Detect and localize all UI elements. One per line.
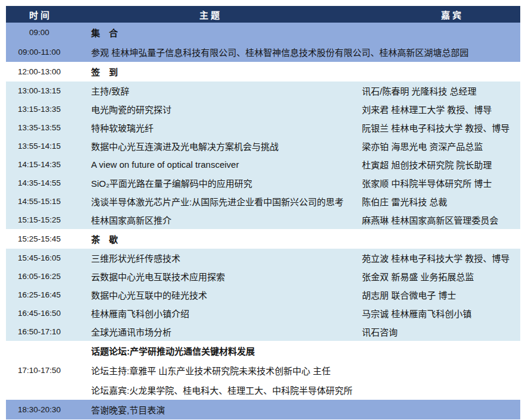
row-topic: 数据中心光互连演进及光电解决方案机会与挑战 xyxy=(73,140,362,152)
row-time: 13:15-13:35 xyxy=(6,105,73,114)
row-time: 16:45-16:50 xyxy=(6,309,73,318)
row-time: 13:35-13:55 xyxy=(6,123,73,132)
row-guest: 张金双 新易盛 业务拓展总监 xyxy=(362,270,520,283)
row-topic: 集 合 xyxy=(73,26,520,39)
table-row: 16:50-17:10 全球光通讯市场分析 讯石咨询 xyxy=(6,322,520,341)
row-time: 09:00 xyxy=(6,28,73,37)
conference-agenda-table: 时 间 主 题 嘉 宾 09:00 集 合 09:00-11:00 参观 桂林坤… xyxy=(6,6,520,419)
row-topic: 话题论坛:产学研推动光通信关键材料发展 xyxy=(73,344,520,357)
row-guest: 梁亦铂 海思光电 资深产品总监 xyxy=(362,140,520,152)
table-row: 16:45-16:50 桂林雁南飞科创小镇介绍 马宗诚 桂林雁南飞科创小镇 xyxy=(6,304,520,322)
row-time: 16:50-17:10 xyxy=(6,327,73,336)
row-guest: 杜寅超 旭创技术研究院 院长助理 xyxy=(362,158,520,171)
row-time: 14:35-14:55 xyxy=(6,178,73,187)
table-row: 13:35-13:55 特种软玻璃光纤 阮银兰 桂林电子科技大学 教授、博导 xyxy=(6,118,520,137)
row-time: 16:05-16:25 xyxy=(6,272,73,281)
table-row: 14:35-14:55 SiO₂平面光路在量子编解码中的应用研究 张家顺 中科院… xyxy=(6,174,520,192)
row-topic: 三维形状光纤传感技术 xyxy=(73,252,362,264)
row-guest: 麻燕琳 桂林国家高新区管理委员会 xyxy=(362,214,520,226)
table-row: 13:15-13:35 电光陶瓷的研究探讨 刘来君 桂林理工大学 教授、博导 xyxy=(6,100,520,118)
table-row: 18:30-20:30 答谢晚宴,节目表演 xyxy=(6,400,520,419)
row-time: 15:25-15:45 xyxy=(6,234,73,243)
row-topic: A view on future of optical transceiver xyxy=(73,159,362,170)
row-guest: 阮银兰 桂林电子科技大学 教授、博导 xyxy=(362,121,520,134)
row-time: 13:00-13:15 xyxy=(6,86,73,95)
table-row: 14:15-14:35 A view on future of optical … xyxy=(6,155,520,174)
table-row: 16:25-16:45 数据中心光互联中的硅光技术 胡志朋 联合微电子 博士 xyxy=(6,286,520,304)
table-row: 14:55-15:15 浅谈半导体激光芯片产业:从国际先进企业看中国新兴公司的思… xyxy=(6,192,520,211)
row-guest: 讯石/陈春明 光隆科技 总经理 xyxy=(362,84,520,97)
table-row: 15:25-15:45 茶 歇 xyxy=(6,229,520,249)
table-row: 09:00 集 合 xyxy=(6,23,520,42)
row-topic: 数据中心光互联中的硅光技术 xyxy=(73,289,362,301)
row-topic: 论坛主持:章雅平 山东产业技术研究院未来技术创新中心 主任 xyxy=(73,364,520,377)
row-topic: 电光陶瓷的研究探讨 xyxy=(73,103,362,115)
table-header-row: 时 间 主 题 嘉 宾 xyxy=(6,6,520,23)
row-guest: 陈伯庄 雷光科技 总裁 xyxy=(362,195,520,208)
row-topic: 特种软玻璃光纤 xyxy=(73,121,362,134)
row-time: 14:55-15:15 xyxy=(6,197,73,206)
table-row: 13:55-14:15 数据中心光互连演进及光电解决方案机会与挑战 梁亦铂 海思… xyxy=(6,137,520,155)
row-guest: 胡志朋 联合微电子 博士 xyxy=(362,289,520,301)
row-topic: 签 到 xyxy=(73,65,520,78)
row-time: 17:10-17:50 xyxy=(6,366,73,375)
table-row: 15:45-16:05 三维形状光纤传感技术 苑立波 桂林电子科技大学 教授、博… xyxy=(6,249,520,267)
row-topic: 参观 桂林坤弘量子信息科技有限公司、桂林智神信息技术股份有限公司、桂林高新区湖塘… xyxy=(73,46,520,58)
row-topic: 主持/致辞 xyxy=(73,84,362,97)
header-time-column: 时 间 xyxy=(6,8,73,21)
header-guest-column: 嘉 宾 xyxy=(362,8,520,21)
row-time: 15:45-16:05 xyxy=(6,253,73,262)
row-topic: 浅谈半导体激光芯片产业:从国际先进企业看中国新兴公司的思考 xyxy=(73,195,362,208)
table-row: 话题论坛:产学研推动光通信关键材料发展 xyxy=(6,341,520,361)
row-topic: 论坛嘉宾:火龙果学院、桂电科大、桂理工大、中科院半导体研究所 xyxy=(73,384,520,396)
table-row: 09:00-11:00 参观 桂林坤弘量子信息科技有限公司、桂林智神信息技术股份… xyxy=(6,42,520,62)
table-row: 16:05-16:25 云数据中心光电互联技术应用探索 张金双 新易盛 业务拓展… xyxy=(6,267,520,286)
row-topic: 桂林雁南飞科创小镇介绍 xyxy=(73,307,362,319)
row-time: 09:00-11:00 xyxy=(6,48,73,57)
table-row: 13:00-13:15 主持/致辞 讯石/陈春明 光隆科技 总经理 xyxy=(6,82,520,100)
table-row: 17:10-17:50 论坛主持:章雅平 山东产业技术研究院未来技术创新中心 主… xyxy=(6,361,520,380)
row-time: 12:00-13:00 xyxy=(6,67,73,76)
table-body: 09:00 集 合 09:00-11:00 参观 桂林坤弘量子信息科技有限公司、… xyxy=(6,23,520,419)
row-time: 18:30-20:30 xyxy=(6,405,73,414)
table-row: 15:15-15:25 桂林国家高新区推介 麻燕琳 桂林国家高新区管理委员会 xyxy=(6,211,520,229)
row-guest: 讯石咨询 xyxy=(362,325,520,338)
row-topic: 桂林国家高新区推介 xyxy=(73,214,362,226)
row-topic: 全球光通讯市场分析 xyxy=(73,325,362,338)
row-topic: 云数据中心光电互联技术应用探索 xyxy=(73,270,362,283)
row-topic: 答谢晚宴,节目表演 xyxy=(73,403,520,416)
row-guest: 刘来君 桂林理工大学 教授、博导 xyxy=(362,103,520,115)
header-topic-column: 主 题 xyxy=(73,8,362,21)
row-topic: SiO₂平面光路在量子编解码中的应用研究 xyxy=(73,177,362,189)
row-guest: 马宗诚 桂林雁南飞科创小镇 xyxy=(362,307,520,319)
row-guest: 苑立波 桂林电子科技大学 教授、博导 xyxy=(362,252,520,264)
row-guest: 张家顺 中科院半导体研究所 博士 xyxy=(362,177,520,189)
row-time: 13:55-14:15 xyxy=(6,142,73,151)
row-topic: 茶 歇 xyxy=(73,233,520,245)
row-time: 14:15-14:35 xyxy=(6,160,73,169)
row-time: 16:25-16:45 xyxy=(6,290,73,299)
table-row: 论坛嘉宾:火龙果学院、桂电科大、桂理工大、中科院半导体研究所 xyxy=(6,380,520,400)
table-row: 12:00-13:00 签 到 xyxy=(6,62,520,82)
row-time: 15:15-15:25 xyxy=(6,215,73,224)
